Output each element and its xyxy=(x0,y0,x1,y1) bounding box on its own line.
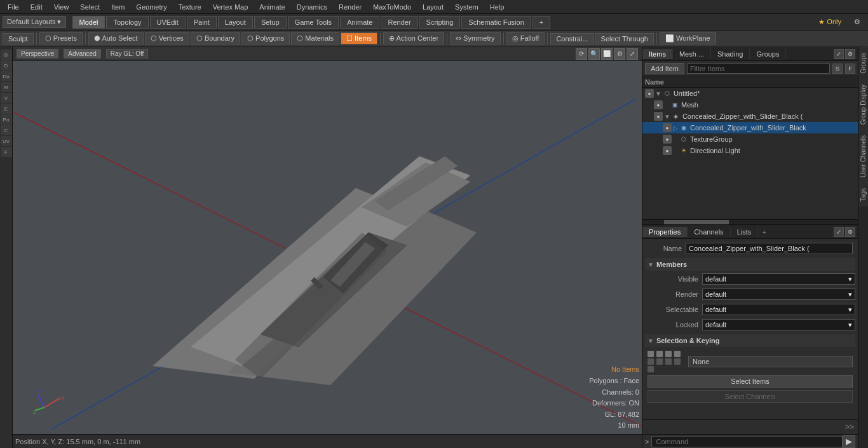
fit-icon[interactable]: ⬜ xyxy=(601,48,613,60)
items-sort-icon[interactable]: S xyxy=(832,64,843,74)
eye-dir-light[interactable]: ● xyxy=(663,146,672,155)
polygons-button[interactable]: ⬡ Polygons xyxy=(241,32,290,44)
menu-maxtomodo[interactable]: MaxToModo xyxy=(368,2,416,12)
tree-item-mesh[interactable]: ● ▷ ▣ Mesh xyxy=(642,99,858,111)
tab-game-tools[interactable]: Game Tools xyxy=(288,16,339,29)
eye-untitled[interactable]: ● xyxy=(645,89,654,98)
tab-topology[interactable]: Topology xyxy=(106,16,148,29)
sel-keying-section[interactable]: ▼ Selection & Keying xyxy=(645,334,855,347)
presets-button[interactable]: ⬡ Presets xyxy=(39,32,83,44)
tree-item-untitled[interactable]: ● ▼ ⬡ Untitled* xyxy=(642,88,858,99)
items-tree[interactable]: ● ▼ ⬡ Untitled* ● ▷ ▣ Mesh ● xyxy=(642,88,858,219)
perspective-btn[interactable]: Perspective xyxy=(17,49,58,58)
props-expand-arrow[interactable]: >> xyxy=(843,421,857,433)
name-input[interactable] xyxy=(686,243,853,254)
add-item-button[interactable]: Add Item xyxy=(645,63,684,74)
left-strip-item-3[interactable]: Du xyxy=(1,71,12,81)
arrow-zipper[interactable]: ▷ xyxy=(673,125,678,132)
props-tab-plus[interactable]: + xyxy=(758,227,770,237)
command-run-btn[interactable]: ▶ xyxy=(843,435,855,448)
left-strip-item-5[interactable]: V xyxy=(1,93,12,103)
tab-plus[interactable]: + xyxy=(532,16,550,29)
advanced-btn[interactable]: Advanced xyxy=(64,49,100,58)
left-strip-item-7[interactable]: Po xyxy=(1,114,12,125)
menu-edit[interactable]: Edit xyxy=(25,2,48,12)
rsidebar-tab-groups[interactable]: Groups xyxy=(858,47,868,79)
left-strip-item-8[interactable]: C xyxy=(1,125,12,135)
menu-vertex-map[interactable]: Vertex Map xyxy=(208,2,254,12)
rsidebar-tab-group-display[interactable]: Group Display xyxy=(858,79,868,130)
settings-vp-icon[interactable]: ⚙ xyxy=(614,48,625,60)
tab-animate[interactable]: Animate xyxy=(340,16,379,29)
menu-select[interactable]: Select xyxy=(75,2,105,12)
menu-render[interactable]: Render xyxy=(334,2,367,12)
symmetry-button[interactable]: ⇔ Symmetry xyxy=(450,32,501,44)
eye-zipper[interactable]: ● xyxy=(663,123,672,132)
left-strip-item-9[interactable]: UV xyxy=(1,136,12,146)
expand-icon[interactable]: ⤢ xyxy=(627,48,638,60)
tab-model[interactable]: Model xyxy=(72,16,105,29)
orbit-icon[interactable]: ⟳ xyxy=(576,48,587,60)
items-tab-groups[interactable]: Groups xyxy=(750,49,786,59)
menu-layout[interactable]: Layout xyxy=(417,2,449,12)
tab-schematic-fusion[interactable]: Schematic Fusion xyxy=(461,16,531,29)
menu-help[interactable]: Help xyxy=(485,2,510,12)
sculpt-button[interactable]: Sculpt xyxy=(3,33,34,44)
items-tab-items[interactable]: Items xyxy=(642,49,673,59)
arrow-untitled[interactable]: ▼ xyxy=(655,90,661,97)
boundary-button[interactable]: ⬡ Boundary xyxy=(191,32,240,44)
settings-icon[interactable]: ⚙ xyxy=(849,17,865,27)
menu-geometry[interactable]: Geometry xyxy=(131,2,172,12)
tab-render[interactable]: Render xyxy=(381,16,417,29)
eye-mesh[interactable]: ● xyxy=(654,100,663,109)
props-settings-icon[interactable]: ⚙ xyxy=(845,227,855,237)
items-scrollbar[interactable] xyxy=(642,219,858,224)
select-through-button[interactable]: Select Through xyxy=(595,33,654,44)
rsidebar-tab-tags[interactable]: Tags xyxy=(858,182,868,207)
tree-item-texture-group[interactable]: ● ▷ ⬡ TextureGroup xyxy=(642,133,858,145)
menu-item[interactable]: Item xyxy=(106,2,130,12)
props-expand-icon[interactable]: ⤢ xyxy=(834,227,844,237)
items-settings-icon[interactable]: ⚙ xyxy=(845,49,855,59)
auto-select-button[interactable]: ⬢ Auto Select xyxy=(88,32,144,44)
items-expand-icon[interactable]: ⤢ xyxy=(834,49,844,59)
members-section[interactable]: ▼ Members xyxy=(645,258,855,271)
left-strip-item-10[interactable]: F xyxy=(1,147,12,157)
rsidebar-tab-user-channels[interactable]: User Channels xyxy=(858,130,868,182)
zoom-icon[interactable]: 🔍 xyxy=(588,48,600,60)
arrow-zipper-group[interactable]: ▼ xyxy=(664,113,670,120)
items-button[interactable]: ☐ Items xyxy=(341,32,377,44)
props-tab-lists[interactable]: Lists xyxy=(731,227,759,237)
tab-paint[interactable]: Paint xyxy=(187,16,217,29)
props-tab-properties[interactable]: Properties xyxy=(642,227,688,237)
items-tab-mesh[interactable]: Mesh ... xyxy=(673,49,711,59)
layout-dropdown[interactable]: Default Layouts ▾ xyxy=(3,16,66,28)
tree-item-dir-light[interactable]: ● ▷ ☀ Directional Light xyxy=(642,145,858,156)
eye-texture-group[interactable]: ● xyxy=(663,135,672,144)
menu-view[interactable]: View xyxy=(49,2,74,12)
eye-zipper-group[interactable]: ● xyxy=(654,112,663,121)
action-center-button[interactable]: ⊕ Action Center xyxy=(383,32,444,44)
constraints-button[interactable]: Constrai... xyxy=(550,33,593,44)
tab-scripting[interactable]: Scripting xyxy=(419,16,461,29)
locked-dropdown[interactable]: default ▾ xyxy=(702,319,855,330)
select-channels-button[interactable]: Select Channels xyxy=(648,390,853,403)
menu-file[interactable]: File xyxy=(3,2,24,12)
left-strip-item-1[interactable]: B xyxy=(1,50,12,60)
left-strip-item-2[interactable]: D xyxy=(1,60,12,71)
tree-item-zipper-group[interactable]: ● ▼ ◈ Concealed_Zipper_with_Slider_Black… xyxy=(642,111,858,122)
items-tab-shading[interactable]: Shading xyxy=(711,49,750,59)
tree-item-zipper[interactable]: ● ▷ ▣ Concealed_Zipper_with_Slider_Black xyxy=(642,122,858,133)
ray-gl-btn[interactable]: Ray GL: Off xyxy=(106,49,149,58)
falloff-button[interactable]: ◎ Falloff xyxy=(506,32,545,44)
items-filter-icon[interactable]: F xyxy=(845,64,855,74)
left-strip-item-4[interactable]: M xyxy=(1,82,12,92)
filter-items-input[interactable] xyxy=(687,64,830,74)
3d-viewport[interactable]: X Y Z No Items Polygons : Face Channels:… xyxy=(13,61,642,434)
menu-dynamics[interactable]: Dynamics xyxy=(292,2,332,12)
tab-uvedit[interactable]: UVEdit xyxy=(150,16,186,29)
selectable-dropdown[interactable]: default ▾ xyxy=(702,304,855,315)
visible-dropdown[interactable]: default ▾ xyxy=(702,273,855,285)
render-dropdown[interactable]: default ▾ xyxy=(702,288,855,300)
workplane-button[interactable]: ⬜ WorkPlane xyxy=(660,32,716,44)
